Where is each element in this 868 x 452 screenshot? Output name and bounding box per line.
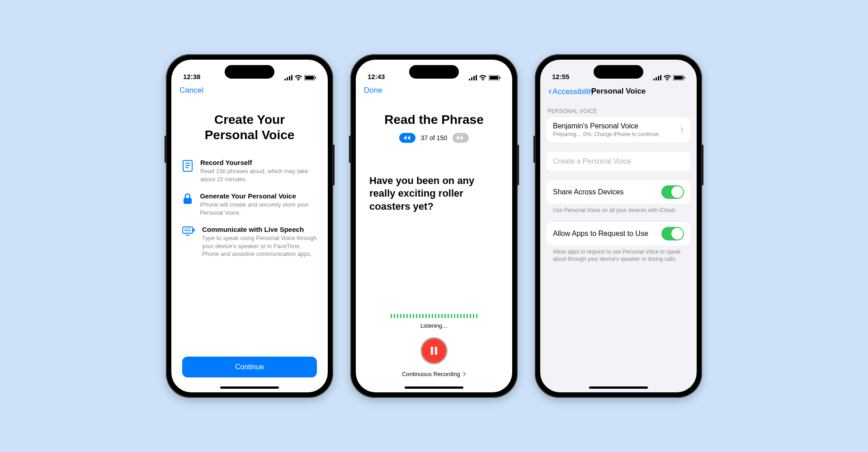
- section-header: PERSONAL VOICE: [540, 99, 697, 117]
- recording-mode-label: Continuous Recording: [402, 371, 460, 377]
- svg-rect-28: [435, 347, 437, 355]
- chevron-left-icon: ‹: [548, 85, 552, 97]
- share-devices-toggle[interactable]: [661, 185, 684, 199]
- status-icons: [469, 75, 500, 80]
- chevron-right-icon: [463, 372, 466, 377]
- back-button[interactable]: ‹Accessibility: [548, 86, 594, 96]
- feature-body: Read 150 phrases aloud, which may take a…: [200, 167, 317, 183]
- svg-rect-0: [284, 79, 286, 80]
- allow-apps-toggle[interactable]: [661, 227, 684, 240]
- svg-rect-34: [674, 76, 683, 80]
- cellular-icon: [284, 75, 292, 80]
- wifi-icon: [295, 75, 302, 80]
- home-indicator[interactable]: [589, 386, 648, 389]
- create-voice-row[interactable]: Create a Personal Voice: [547, 151, 690, 171]
- svg-rect-25: [490, 76, 498, 80]
- svg-rect-35: [684, 77, 685, 79]
- status-icons: [284, 75, 316, 80]
- svg-rect-22: [473, 76, 475, 80]
- svg-rect-2: [289, 76, 290, 80]
- recording-mode-button[interactable]: Continuous Recording: [367, 371, 501, 377]
- nav-bar: Cancel: [171, 82, 328, 98]
- svg-rect-30: [656, 77, 657, 80]
- svg-rect-5: [305, 76, 314, 80]
- svg-rect-20: [469, 79, 470, 80]
- svg-rect-32: [660, 75, 661, 80]
- svg-rect-29: [653, 79, 655, 80]
- back-label: Accessibility: [552, 87, 594, 96]
- dynamic-island: [594, 65, 643, 79]
- voice-row[interactable]: Benjamin's Personal Voice Preparing… 0%.…: [547, 117, 690, 142]
- next-phrase-button[interactable]: [453, 133, 469, 143]
- nav-bar: ‹Accessibility Personal Voice: [540, 82, 697, 99]
- phrase-text: Have you been on any really exciting rol…: [367, 143, 501, 213]
- svg-rect-26: [500, 77, 500, 79]
- voice-status: Preparing… 0%. Charge iPhone to continue…: [553, 131, 676, 137]
- page-title: Read the Phrase: [367, 101, 501, 132]
- page-title: Create Your Personal Voice: [182, 101, 317, 154]
- battery-icon: [489, 75, 500, 80]
- share-devices-footer: Use Personal Voice on all your devices w…: [540, 204, 697, 214]
- script-icon: [182, 159, 193, 183]
- svg-rect-31: [658, 76, 659, 80]
- cellular-icon: [469, 75, 477, 80]
- lock-icon: [182, 192, 193, 217]
- feature-title: Record Yourself: [200, 159, 317, 166]
- status-time: 12:38: [183, 73, 200, 80]
- wifi-icon: [479, 75, 486, 80]
- svg-rect-6: [315, 77, 316, 79]
- counter-text: 37 of 150: [421, 134, 447, 141]
- phone-read-phrase: 12:43 Done Read the Phrase 37 of 150 Hav…: [350, 54, 518, 398]
- phone-create-voice: 12:38 Cancel Create Your Personal Voice …: [166, 54, 333, 398]
- status-icons: [653, 75, 685, 80]
- cellular-icon: [653, 75, 661, 80]
- phrase-counter: 37 of 150: [367, 133, 501, 143]
- feature-communicate: Communicate with Live Speech Type to spe…: [182, 221, 317, 263]
- keyboard-speak-icon: [182, 226, 195, 258]
- feature-body: iPhone will create and securely store yo…: [200, 201, 317, 217]
- battery-icon: [673, 75, 685, 80]
- feature-body: Type to speak using Personal Voice throu…: [202, 234, 317, 258]
- listening-status: Listening…: [367, 323, 501, 329]
- cancel-button[interactable]: Cancel: [179, 86, 203, 95]
- allow-apps-row: Allow Apps to Request to Use: [547, 222, 690, 245]
- svg-rect-11: [184, 198, 192, 204]
- pause-icon: [430, 346, 438, 356]
- share-devices-label: Share Across Devices: [553, 188, 657, 196]
- allow-apps-footer: Allow apps to request to use Personal Vo…: [540, 245, 697, 263]
- feature-title: Communicate with Live Speech: [202, 226, 317, 233]
- svg-rect-23: [476, 75, 477, 80]
- feature-title: Generate Your Personal Voice: [200, 192, 317, 200]
- continue-button[interactable]: Continue: [182, 357, 317, 377]
- dynamic-island: [225, 65, 274, 79]
- svg-rect-12: [183, 227, 193, 233]
- allow-apps-label: Allow Apps to Request to Use: [553, 230, 657, 238]
- pause-record-button[interactable]: [420, 337, 448, 364]
- chevron-right-icon: [680, 127, 684, 133]
- previous-phrase-button[interactable]: [399, 133, 415, 143]
- share-devices-row: Share Across Devices: [547, 180, 690, 204]
- nav-bar: Done: [356, 82, 512, 98]
- svg-rect-1: [287, 77, 288, 80]
- svg-rect-3: [291, 75, 292, 80]
- dynamic-island: [409, 65, 459, 79]
- svg-rect-21: [471, 77, 472, 80]
- feature-generate: Generate Your Personal Voice iPhone will…: [182, 188, 317, 221]
- home-indicator[interactable]: [220, 386, 279, 389]
- status-time: 12:55: [552, 73, 569, 80]
- battery-icon: [304, 75, 316, 80]
- svg-rect-27: [431, 347, 433, 355]
- wifi-icon: [664, 75, 671, 80]
- feature-record: Record Yourself Read 150 phrases aloud, …: [182, 154, 317, 188]
- voice-name: Benjamin's Personal Voice: [553, 122, 676, 130]
- done-button[interactable]: Done: [364, 86, 382, 95]
- create-voice-label: Create a Personal Voice: [553, 157, 684, 165]
- audio-waveform: [367, 309, 501, 318]
- home-indicator[interactable]: [405, 386, 463, 389]
- phone-settings: 12:55 ‹Accessibility Personal Voice PERS…: [535, 54, 702, 398]
- status-time: 12:43: [368, 73, 385, 80]
